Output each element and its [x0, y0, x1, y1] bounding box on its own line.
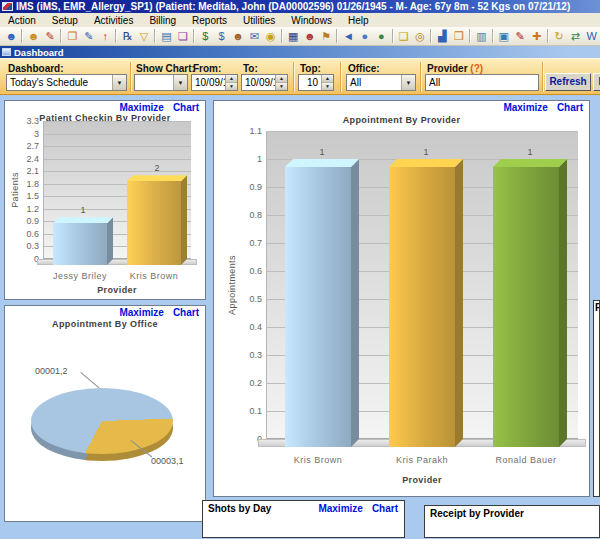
window-title: IMS (iMS, EMR_Allergy_SP1) (Patient: Med… [16, 1, 570, 12]
cards-icon[interactable]: ❑ [396, 28, 412, 44]
payment-icon[interactable]: $ [213, 28, 229, 44]
bar-side-kris-brown[interactable] [351, 159, 359, 447]
gridline [43, 159, 191, 160]
spin-up-icon[interactable]: ▲ [276, 75, 287, 83]
chart-link[interactable]: Chart [173, 307, 199, 318]
web-sync-icon[interactable]: ● [373, 28, 389, 44]
bar-kris-brown[interactable] [285, 167, 351, 447]
panel-appointment-by-provider: MaximizeChart Appointment By Provider 1.… [213, 100, 590, 497]
y-axis-title: Appointments [227, 255, 237, 315]
web-icon[interactable]: ● [357, 28, 373, 44]
refresh-button[interactable]: Refresh [545, 73, 591, 91]
ehr-doc-icon[interactable]: ▤ [158, 28, 174, 44]
panel-title: P [595, 302, 600, 313]
y-tick-label: 0 [13, 254, 39, 264]
statement-icon[interactable]: ✉ [246, 28, 262, 44]
maximize-link[interactable]: Maximize [119, 102, 163, 113]
menu-item-action[interactable]: Action [0, 15, 44, 26]
spin-down-icon[interactable]: ▼ [276, 83, 287, 90]
bar-side-kris-brown[interactable] [181, 175, 187, 265]
dropdown-arrow-icon[interactable]: ▼ [173, 75, 187, 90]
chart-link[interactable]: Chart [173, 102, 199, 113]
y-tick-label: 3.3 [13, 116, 39, 126]
patient-edit-icon[interactable]: ✎ [42, 28, 58, 44]
progress-note-icon[interactable]: ✎ [81, 28, 97, 44]
provider-value: All [426, 75, 538, 90]
folder-search-icon[interactable]: ◎ [412, 28, 428, 44]
patient-upload-icon[interactable]: ↑ [97, 28, 113, 44]
export-icon[interactable]: ⇄ [567, 28, 583, 44]
gridline [43, 121, 191, 122]
spin-down-icon[interactable]: ▼ [226, 83, 237, 90]
bar-top-kris-parakh[interactable] [389, 159, 463, 167]
patient-lookup-icon[interactable]: ☻ [3, 28, 19, 44]
bar-kris-parakh[interactable] [389, 167, 455, 447]
dashboard-tab-bar[interactable]: Dashboard [0, 46, 600, 58]
report-chart-icon[interactable]: ▟ [434, 28, 450, 44]
account-icon[interactable]: ☻ [230, 28, 246, 44]
x-axis-title: Provider [43, 285, 191, 295]
dropdown-arrow-icon[interactable]: ▼ [112, 75, 126, 90]
bar-kris-brown[interactable] [127, 181, 181, 265]
menu-item-activities[interactable]: Activities [86, 15, 141, 26]
y-tick-label: 0.9 [234, 182, 262, 192]
word-icon[interactable]: W [584, 28, 600, 44]
title-bar[interactable]: IMS (iMS, EMR_Allergy_SP1) (Patient: Med… [0, 0, 600, 13]
dropdown-arrow-icon[interactable]: ▼ [401, 75, 415, 90]
bar-jessy-briley[interactable] [53, 223, 107, 265]
menu-item-help[interactable]: Help [340, 15, 377, 26]
kiosk-icon[interactable]: ✚ [528, 28, 544, 44]
recall-icon[interactable]: ☻ [302, 28, 318, 44]
menu-item-setup[interactable]: Setup [44, 15, 86, 26]
batch-grid-icon[interactable]: ▥ [473, 28, 489, 44]
maximize-link[interactable]: Maximize [503, 102, 547, 113]
provider-hint[interactable]: (?) [470, 63, 483, 74]
pie-chart[interactable] [31, 388, 173, 454]
bar-top-kris-brown[interactable] [285, 159, 359, 167]
maximize-link[interactable]: Maximize [318, 503, 362, 514]
from-date-field[interactable]: 10/09/12 ▲▼ [191, 74, 238, 91]
date-spinner[interactable]: ▲▼ [225, 75, 237, 90]
schedule-grid-icon[interactable]: ▦ [285, 28, 301, 44]
to-date-field[interactable]: 10/09/12 ▲▼ [241, 74, 288, 91]
alerts-icon[interactable]: ⚑ [318, 28, 334, 44]
menu-item-billing[interactable]: Billing [141, 15, 184, 26]
office-select[interactable]: All ▼ [346, 74, 416, 91]
chart-link[interactable]: Chart [557, 102, 583, 113]
imaging-icon[interactable]: ▣ [496, 28, 512, 44]
top-field[interactable]: 10 ▲▼ [298, 74, 334, 91]
y-tick-label: 0.2 [234, 378, 262, 388]
top-spinner[interactable]: ▲▼ [321, 75, 333, 90]
maximize-link[interactable]: Maximize [119, 307, 163, 318]
menu-item-windows[interactable]: Windows [283, 15, 340, 26]
provider-field[interactable]: All [425, 74, 539, 91]
copy-doc-icon[interactable]: ❏ [175, 28, 191, 44]
charges-icon[interactable]: $ [197, 28, 213, 44]
prescription-icon[interactable]: ℞ [119, 28, 135, 44]
billing-disc-icon[interactable]: ◉ [263, 28, 279, 44]
detail-button[interactable]: De [593, 73, 600, 91]
refresh-doc-icon[interactable]: ↻ [551, 28, 567, 44]
report-doc-icon[interactable]: ❒ [451, 28, 467, 44]
menu-item-reports[interactable]: Reports [184, 15, 235, 26]
toolbar-divider [21, 29, 23, 43]
sign-icon[interactable]: ✎ [512, 28, 528, 44]
spin-down-icon[interactable]: ▼ [322, 83, 333, 90]
bar-side-ronald-bauer[interactable] [559, 159, 567, 447]
spin-up-icon[interactable]: ▲ [322, 75, 333, 83]
dashboard-select[interactable]: Today's Schedule ▼ [6, 74, 127, 91]
patient-checkin-icon[interactable]: ☻ [25, 28, 41, 44]
back-icon[interactable]: ◄ [340, 28, 356, 44]
bar-side-kris-parakh[interactable] [455, 159, 463, 447]
category-label: Ronald Bauer [474, 455, 578, 465]
bar-side-jessy-briley[interactable] [107, 217, 113, 265]
bar-ronald-bauer[interactable] [493, 167, 559, 447]
menu-item-utilities[interactable]: Utilities [235, 15, 283, 26]
spin-up-icon[interactable]: ▲ [226, 75, 237, 83]
show-chart-select[interactable]: ▼ [134, 74, 188, 91]
date-spinner[interactable]: ▲▼ [275, 75, 287, 90]
open-chart-icon[interactable]: ❐ [64, 28, 80, 44]
chart-link[interactable]: Chart [372, 503, 398, 514]
lab-icon[interactable]: ▽ [136, 28, 152, 44]
bar-top-ronald-bauer[interactable] [493, 159, 567, 167]
